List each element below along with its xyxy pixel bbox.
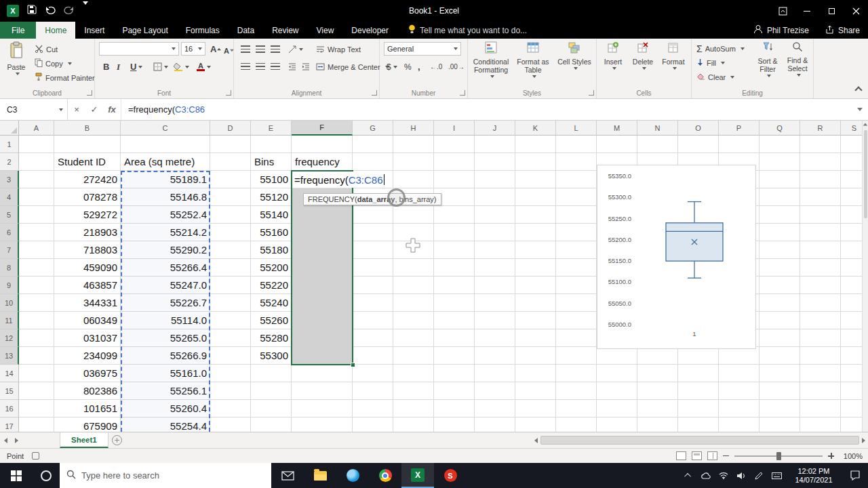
comma-style-button[interactable]: , (415, 60, 423, 74)
column-header-Q[interactable]: Q (760, 121, 800, 136)
top-align-icon[interactable] (238, 42, 253, 56)
snagit-icon[interactable]: S (434, 463, 467, 488)
row-header-5[interactable]: 5 (0, 206, 19, 224)
page-layout-view-icon[interactable] (692, 451, 702, 460)
column-header-G[interactable]: G (353, 121, 393, 136)
underline-button[interactable]: U (127, 60, 145, 74)
bold-button[interactable]: B (100, 60, 112, 74)
cell-E9[interactable]: 55220 (251, 277, 292, 294)
insert-cells-button[interactable]: Insert (598, 41, 628, 70)
column-header-C[interactable]: C (121, 121, 210, 136)
collapse-ribbon-icon[interactable] (854, 86, 862, 94)
tab-view[interactable]: View (308, 22, 343, 39)
formula-bar-expand-icon[interactable] (852, 99, 868, 120)
cell-C2[interactable]: Area (sq metre) (121, 153, 210, 171)
find-select-button[interactable]: Find & Select (783, 41, 812, 77)
paste-button[interactable]: Paste (3, 41, 30, 75)
autosum-button[interactable]: Σ AutoSum (694, 41, 747, 56)
sheet-nav-prev-icon[interactable] (0, 432, 11, 448)
sort-filter-button[interactable]: Sort & Filter (753, 41, 783, 77)
start-button[interactable] (0, 463, 33, 488)
cancel-icon[interactable]: × (68, 99, 85, 120)
tab-developer[interactable]: Developer (342, 22, 397, 39)
conditional-formatting-button[interactable]: Conditional Formatting (470, 41, 512, 78)
row-header-2[interactable]: 2 (0, 153, 19, 171)
cut-button[interactable]: Cut (33, 42, 60, 56)
customize-qat-icon[interactable] (83, 5, 88, 17)
format-as-table-button[interactable]: Format as Table (512, 41, 554, 78)
maximize-button[interactable] (819, 0, 844, 22)
edge-icon[interactable] (336, 463, 369, 488)
zoom-level[interactable]: 100% (840, 452, 863, 460)
scroll-right-icon[interactable] (862, 438, 865, 443)
horizontal-scrollbar[interactable] (534, 432, 868, 448)
accounting-format-button[interactable]: $ (384, 60, 400, 74)
clipboard-dialog-launcher[interactable] (87, 90, 92, 96)
row-header-9[interactable]: 9 (0, 277, 19, 294)
cell-E4[interactable]: 55120 (251, 188, 292, 206)
cell-B14[interactable]: 036975 (54, 365, 121, 382)
cell-E10[interactable]: 55240 (251, 294, 292, 312)
cell-E3[interactable]: 55100 (251, 171, 292, 188)
ribbon-display-options-icon[interactable] (770, 0, 795, 22)
pen-icon[interactable] (750, 472, 768, 480)
zoom-out-icon[interactable] (723, 455, 729, 457)
row-header-6[interactable]: 6 (0, 224, 19, 241)
column-header-P[interactable]: P (719, 121, 760, 136)
formula-input[interactable]: =frequency(C3:C86 (121, 99, 852, 120)
macro-record-icon[interactable] (32, 452, 39, 460)
zoom-slider-thumb[interactable] (776, 452, 781, 460)
touch-keyboard-icon[interactable] (768, 472, 785, 479)
taskbar-search[interactable] (60, 463, 271, 488)
column-header-O[interactable]: O (678, 121, 719, 136)
cell-E11[interactable]: 55260 (251, 312, 292, 329)
borders-button[interactable] (151, 60, 171, 74)
zoom-slider[interactable] (734, 455, 823, 457)
column-header-L[interactable]: L (556, 121, 597, 136)
column-header-N[interactable]: N (637, 121, 678, 136)
volume-icon[interactable] (732, 472, 750, 480)
page-break-view-icon[interactable] (707, 451, 717, 460)
search-input[interactable] (81, 470, 244, 481)
row-header-16[interactable]: 16 (0, 400, 19, 418)
cell-E8[interactable]: 55200 (251, 259, 292, 277)
scroll-left-icon[interactable] (534, 438, 538, 443)
middle-align-icon[interactable] (253, 42, 268, 56)
font-size-combobox[interactable]: 16 (181, 42, 205, 56)
select-all-button[interactable] (0, 121, 19, 136)
decrease-decimal-button[interactable]: .00→ (446, 60, 467, 74)
tell-me-box[interactable]: Tell me what you want to do... (408, 22, 527, 39)
row-header-12[interactable]: 12 (0, 329, 19, 347)
font-dialog-launcher[interactable] (226, 90, 231, 96)
align-left-icon[interactable] (238, 60, 253, 74)
boxplot-chart[interactable]: 55350.055300.055250.055200.055150.055100… (597, 165, 756, 349)
delete-cells-button[interactable]: Delete (628, 41, 658, 70)
number-format-combobox[interactable]: General (384, 42, 461, 56)
cell-B2[interactable]: Student ID (54, 153, 121, 171)
cell-B4[interactable]: 078278 (54, 188, 121, 206)
cell-B3[interactable]: 272420 (54, 171, 121, 188)
horizontal-scroll-thumb[interactable] (540, 436, 859, 445)
cell-B8[interactable]: 459090 (54, 259, 121, 277)
cell-B5[interactable]: 529272 (54, 206, 121, 224)
cell-E12[interactable]: 55280 (251, 329, 292, 347)
vertical-scroll-thumb[interactable] (864, 130, 867, 218)
column-header-R[interactable]: R (800, 121, 841, 136)
column-header-J[interactable]: J (475, 121, 515, 136)
save-icon[interactable] (27, 5, 37, 17)
minimize-button[interactable] (795, 0, 819, 22)
cortana-button[interactable] (33, 463, 60, 488)
tab-formulas[interactable]: Formulas (177, 22, 229, 39)
column-header-K[interactable]: K (515, 121, 556, 136)
clear-button[interactable]: Clear (694, 70, 736, 84)
taskbar-clock[interactable]: 12:02 PM 14/07/2021 (785, 467, 842, 485)
column-header-A[interactable]: A (19, 121, 54, 136)
decrease-indent-icon[interactable] (285, 60, 299, 74)
network-icon[interactable] (715, 472, 732, 479)
tab-page-layout[interactable]: Page Layout (113, 22, 176, 39)
italic-button[interactable]: I (114, 60, 123, 74)
alignment-dialog-launcher[interactable] (372, 90, 377, 96)
styles-dialog-launcher[interactable] (589, 90, 594, 96)
increase-decimal-button[interactable]: ←.0 (427, 60, 445, 74)
orientation-icon[interactable] (285, 42, 306, 56)
